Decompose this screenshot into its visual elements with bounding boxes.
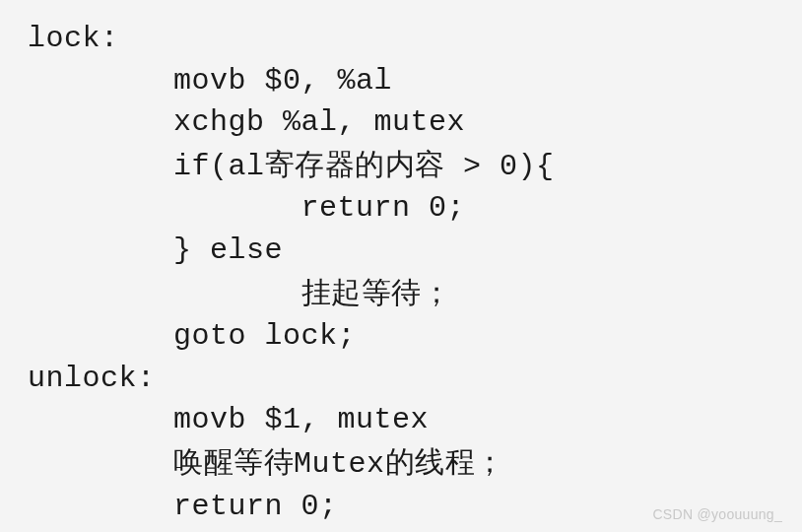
code-line: lock: [28, 18, 802, 60]
watermark: CSDN @yoouuung_ [652, 506, 782, 522]
code-line: if(al寄存器的内容 > 0){ [28, 144, 802, 188]
code-block: lock: movb $0, %al xchgb %al, mutex if(a… [0, 0, 802, 527]
code-line: xchgb %al, mutex [28, 101, 802, 144]
code-line: 挂起等待； [28, 272, 802, 316]
code-line: 唤醒等待Mutex的线程； [28, 441, 802, 486]
code-line: goto lock; [28, 315, 802, 358]
code-line: unlock: [28, 358, 802, 400]
code-line: movb $1, mutex [28, 399, 802, 441]
code-line: return 0; [28, 187, 802, 230]
code-line: movb $0, %al [28, 60, 802, 102]
code-line: } else [28, 230, 802, 272]
